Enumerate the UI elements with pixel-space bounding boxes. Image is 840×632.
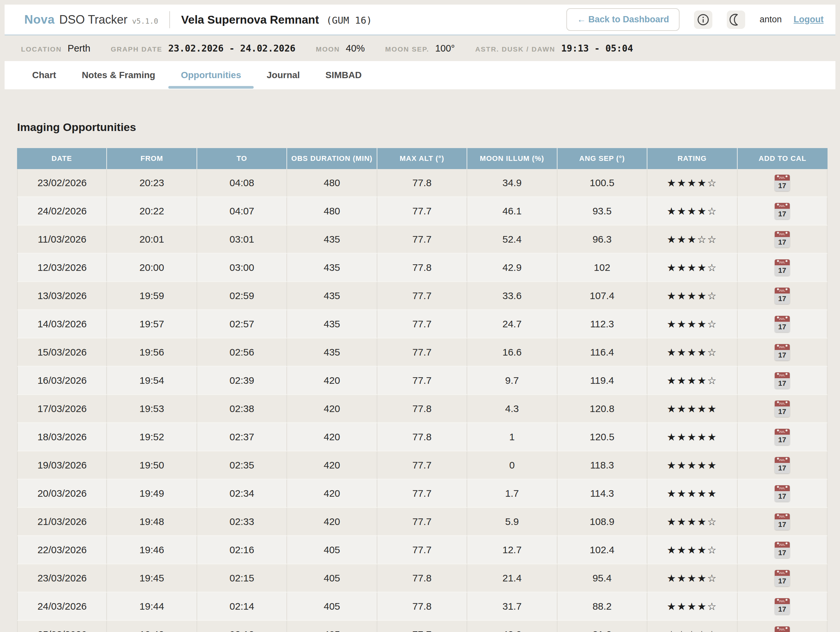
from-cell: 19:53: [107, 395, 197, 423]
ang-sep-cell: 95.4: [557, 564, 647, 592]
logout-link[interactable]: Logout: [794, 14, 824, 25]
add-to-cal-cell: JUL17: [737, 451, 828, 480]
max-alt-cell: 77.7: [377, 451, 467, 480]
calendar-icon-month: JUL: [775, 372, 790, 378]
table-row: 21/03/202619:4802:3342077.75.9108.9★★★★☆…: [17, 508, 827, 536]
rating-stars: ★★★★☆: [647, 197, 737, 225]
opportunities-table: DATEFROMTOOBS DURATION (MIN)MAX ALT (°)M…: [17, 148, 827, 632]
add-to-calendar-button[interactable]: JUL17: [775, 231, 790, 247]
max-alt-cell: 77.7: [377, 282, 467, 310]
moon-illum-cell: 0: [467, 451, 557, 480]
rating-stars: ★★★★★: [647, 480, 737, 508]
add-to-calendar-button[interactable]: JUL17: [775, 288, 790, 304]
info-graph-date: GRAPH DATE 23.02.2026 - 24.02.2026: [111, 43, 295, 54]
calendar-icon-day: 17: [775, 209, 790, 219]
moon-illum-cell: 33.6: [467, 282, 557, 310]
obs-duration-cell: 405: [287, 592, 377, 621]
from-cell: 19:42: [107, 621, 197, 632]
app-version: v5.1.0: [132, 17, 158, 25]
add-to-calendar-button[interactable]: JUL17: [775, 457, 790, 474]
obs-duration-cell: 420: [287, 508, 377, 536]
target-title: Vela Supernova Remnant (GUM 16): [181, 13, 372, 26]
calendar-icon-month: JUL: [775, 513, 790, 520]
table-row: 11/03/202620:0103:0143577.752.496.3★★★☆☆…: [17, 225, 827, 254]
moon-illum-cell: 42.9: [467, 254, 557, 282]
to-cell: 02:34: [197, 480, 287, 508]
ang-sep-cell: 120.8: [557, 395, 647, 423]
date-cell: 23/03/2026: [17, 564, 107, 592]
add-to-calendar-button[interactable]: JUL17: [775, 175, 790, 191]
calendar-icon-month: JUL: [775, 344, 790, 350]
rating-stars: ★★★★★: [647, 395, 737, 423]
add-to-calendar-button[interactable]: JUL17: [775, 598, 790, 615]
add-to-calendar-button[interactable]: JUL17: [775, 372, 790, 389]
add-to-calendar-button[interactable]: JUL17: [775, 485, 790, 502]
rating-stars: ★★★★☆: [647, 282, 737, 310]
obs-duration-cell: 420: [287, 367, 377, 395]
ang-sep-cell: 102.4: [557, 536, 647, 564]
calendar-icon-day: 17: [775, 265, 790, 276]
date-cell: 24/03/2026: [17, 592, 107, 621]
add-to-cal-cell: JUL17: [737, 339, 828, 367]
to-cell: 02:59: [197, 282, 287, 310]
column-header: DATE: [17, 148, 107, 169]
add-to-calendar-button[interactable]: JUL17: [775, 429, 790, 445]
add-to-cal-cell: JUL17: [737, 592, 828, 621]
date-cell: 24/02/2026: [17, 197, 107, 225]
date-cell: 12/03/2026: [17, 254, 107, 282]
tab-opportunities[interactable]: Opportunities: [177, 61, 245, 89]
table-row: 19/03/202619:5002:3542077.70118.3★★★★★JU…: [17, 451, 827, 480]
max-alt-cell: 77.8: [377, 395, 467, 423]
moon-illum-cell: 5.9: [467, 508, 557, 536]
max-alt-cell: 77.8: [377, 423, 467, 451]
obs-duration-cell: 405: [287, 621, 377, 632]
calendar-icon-day: 17: [775, 604, 790, 615]
add-to-calendar-button[interactable]: JUL17: [775, 203, 790, 219]
calendar-icon-month: JUL: [775, 457, 790, 463]
calendar-icon-month: JUL: [775, 259, 790, 265]
calendar-icon-day: 17: [775, 548, 790, 558]
ang-sep-cell: 112.3: [557, 310, 647, 339]
to-cell: 03:01: [197, 225, 287, 254]
table-row: 24/03/202619:4402:1440577.831.788.2★★★★☆…: [17, 592, 827, 621]
date-cell: 11/03/2026: [17, 225, 107, 254]
date-cell: 22/03/2026: [17, 536, 107, 564]
add-to-calendar-button[interactable]: JUL17: [775, 626, 790, 632]
add-to-calendar-button[interactable]: JUL17: [775, 513, 790, 530]
to-cell: 02:37: [197, 423, 287, 451]
tab-simbad[interactable]: SIMBAD: [322, 61, 365, 89]
obs-duration-cell: 420: [287, 451, 377, 480]
add-to-calendar-button[interactable]: JUL17: [775, 316, 790, 332]
column-header: MAX ALT (°): [377, 148, 467, 169]
info-button[interactable]: [694, 11, 712, 29]
add-to-cal-cell: JUL17: [737, 480, 828, 508]
max-alt-cell: 77.7: [377, 536, 467, 564]
from-cell: 19:46: [107, 536, 197, 564]
ang-sep-cell: 107.4: [557, 282, 647, 310]
tab-notes-framing[interactable]: Notes & Framing: [79, 61, 158, 89]
add-to-calendar-button[interactable]: JUL17: [775, 542, 790, 558]
date-cell: 17/03/2026: [17, 395, 107, 423]
from-cell: 19:49: [107, 480, 197, 508]
add-to-calendar-button[interactable]: JUL17: [775, 570, 790, 586]
table-row: 25/03/202619:4202:1240577.742.981.2★★★★☆…: [17, 621, 827, 632]
column-header: ADD TO CAL: [737, 148, 828, 169]
tab-chart[interactable]: Chart: [29, 61, 59, 89]
add-to-calendar-button[interactable]: JUL17: [775, 401, 790, 417]
theme-toggle-button[interactable]: [727, 11, 745, 29]
calendar-icon-month: JUL: [775, 203, 790, 209]
to-cell: 02:14: [197, 592, 287, 621]
table-row: 12/03/202620:0003:0043577.842.9102★★★★☆J…: [17, 254, 827, 282]
rating-stars: ★★★★☆: [647, 621, 737, 632]
back-to-dashboard-button[interactable]: ← Back to Dashboard: [566, 8, 679, 31]
ang-sep-cell: 120.5: [557, 423, 647, 451]
table-row: 23/03/202619:4502:1540577.821.495.4★★★★☆…: [17, 564, 827, 592]
rating-stars: ★★★★☆: [647, 564, 737, 592]
tab-journal[interactable]: Journal: [264, 61, 303, 89]
to-cell: 04:07: [197, 197, 287, 225]
add-to-calendar-button[interactable]: JUL17: [775, 344, 790, 361]
add-to-cal-cell: JUL17: [737, 367, 828, 395]
add-to-cal-cell: JUL17: [737, 254, 828, 282]
add-to-cal-cell: JUL17: [737, 225, 828, 254]
add-to-calendar-button[interactable]: JUL17: [775, 259, 790, 276]
